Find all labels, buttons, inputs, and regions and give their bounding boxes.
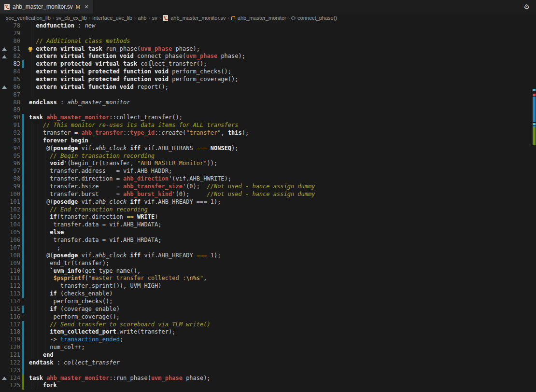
code-line[interactable]: 91 // This monitor re-uses its data item… (0, 122, 536, 129)
line-number[interactable]: 90 (0, 114, 20, 122)
breadcrumb-item[interactable]: interface_uvc_lib (91, 15, 133, 21)
line-number[interactable]: 94 (0, 145, 20, 153)
line-number[interactable]: 80 (0, 38, 20, 45)
line-number[interactable]: 108 (0, 252, 20, 260)
overview-ruler-scrollbar[interactable] (531, 0, 536, 392)
code-line[interactable]: 113 if (checks_enable) (0, 290, 536, 298)
code-line[interactable]: 88endclass : ahb_master_monitor (0, 99, 536, 107)
code-line[interactable]: 81 extern virtual task run_phase(uvm_pha… (0, 45, 536, 53)
line-number[interactable]: 114 (0, 298, 20, 306)
line-number[interactable]: 117 (0, 321, 20, 329)
line-number[interactable]: 106 (0, 237, 20, 244)
close-icon[interactable]: × (85, 3, 88, 10)
code-line[interactable]: 79 (0, 30, 536, 38)
line-number[interactable]: 84 (0, 68, 20, 76)
breadcrumb-item[interactable]: ahb_master_monitor.sv (169, 15, 226, 21)
code-line[interactable]: 118 item_collected_port.write(transfer); (0, 328, 536, 336)
line-number[interactable]: 93 (0, 137, 20, 145)
code-line[interactable]: 82 extern virtual function void connect_… (0, 53, 536, 60)
line-number[interactable]: 125 (0, 382, 20, 390)
code-line[interactable]: 116 perform_coverage(); (0, 313, 536, 321)
code-line[interactable]: 97 transfer.address = vif.AHB_HADDR; (0, 168, 536, 175)
line-number[interactable]: 83 (0, 60, 20, 68)
breadcrumb-item[interactable]: ahb (137, 15, 147, 21)
code-line[interactable]: 108 @(posedge vif.ahb_clock iff vif.AHB_… (0, 252, 536, 260)
code-line[interactable]: 122endtask : collect_transfer (0, 359, 536, 367)
breadcrumb-item[interactable]: sv (151, 15, 158, 21)
code-line[interactable]: 120 num_col++; (0, 344, 536, 351)
code-line[interactable]: 111 $psprintf("master transfer collected… (0, 275, 536, 282)
line-number[interactable]: 112 (0, 282, 20, 290)
line-number[interactable]: 113 (0, 290, 20, 298)
line-number[interactable]: 123 (0, 367, 20, 375)
line-number[interactable]: 92 (0, 129, 20, 137)
line-number[interactable]: 97 (0, 168, 20, 175)
code-line[interactable]: 114 perform_checks(); (0, 298, 536, 306)
line-number[interactable]: 107 (0, 244, 20, 252)
breadcrumb-item[interactable]: connect_phase() (296, 15, 338, 21)
code-line[interactable]: 96 void'(begin_tr(transfer, "AHB MASTER … (0, 160, 536, 168)
line-number[interactable]: 99 (0, 183, 20, 191)
line-number[interactable]: 118 (0, 328, 20, 336)
line-number[interactable]: 86 (0, 84, 20, 91)
code-line[interactable]: 110 `uvm_info(get_type_name(), (0, 267, 536, 275)
code-line[interactable]: 109 end_tr(transfer); (0, 260, 536, 267)
code-line[interactable]: 99 transfer.hsize = ahb_transfer_size'(0… (0, 183, 536, 191)
code-line[interactable]: 125 fork (0, 382, 536, 390)
code-line[interactable]: 87 (0, 91, 536, 99)
code-line[interactable]: 103 if(transfer.direction == WRITE) (0, 213, 536, 221)
code-line[interactable]: 100 transfer.burst = ahb_burst_kind'(0);… (0, 191, 536, 198)
code-line[interactable]: 119 -> transaction_ended; (0, 336, 536, 344)
breadcrumb-item[interactable]: sv_cb_ex_lib (55, 15, 88, 21)
line-number[interactable]: 109 (0, 260, 20, 267)
code-line[interactable]: 95 // Begin transaction recording (0, 153, 536, 160)
line-number[interactable]: 105 (0, 229, 20, 237)
code-line[interactable]: 124task ahb_master_monitor::run_phase(uv… (0, 375, 536, 382)
code-area[interactable]: 78 endfunction : new7980 // Additional c… (0, 22, 536, 392)
code-line[interactable]: 107 ; (0, 244, 536, 252)
code-line[interactable]: 84 extern virtual protected function voi… (0, 68, 536, 76)
line-number[interactable]: 95 (0, 153, 20, 160)
line-number[interactable]: 98 (0, 175, 20, 183)
breadcrumb-item[interactable]: ahb_master_monitor (237, 15, 287, 21)
line-number[interactable]: 104 (0, 221, 20, 229)
code-line[interactable]: 86 extern virtual function void report()… (0, 84, 536, 91)
code-line[interactable]: 94 @(posedge vif.ahb_clock iff vif.AHB_H… (0, 145, 536, 153)
code-line[interactable]: 78 endfunction : new (0, 22, 536, 30)
line-number[interactable]: 111 (0, 275, 20, 282)
code-line[interactable]: 105 else (0, 229, 536, 237)
code-line[interactable]: 89 (0, 106, 536, 114)
line-number[interactable]: 102 (0, 206, 20, 214)
line-number[interactable]: 116 (0, 313, 20, 321)
line-number[interactable]: 124 (0, 375, 20, 382)
breadcrumb-item[interactable]: soc_verification_lib (5, 15, 52, 21)
line-number[interactable]: 87 (0, 91, 20, 99)
code-line[interactable]: 90task ahb_master_monitor::collect_trans… (0, 114, 536, 122)
line-number[interactable]: 100 (0, 191, 20, 198)
code-line[interactable]: 93 forever begin (0, 137, 536, 145)
code-line[interactable]: 102 // End transaction recording (0, 206, 536, 214)
line-number[interactable]: 115 (0, 306, 20, 313)
code-line[interactable]: 104 transfer.data = vif.AHB_HWDATA; (0, 221, 536, 229)
code-line[interactable]: 85 extern virtual protected function voi… (0, 76, 536, 84)
code-line[interactable]: 83 extern protected virtual task collect… (0, 60, 536, 68)
line-number[interactable]: 120 (0, 344, 20, 351)
code-line[interactable]: 121 end (0, 351, 536, 359)
line-number[interactable]: 88 (0, 99, 20, 107)
code-line[interactable]: 123 (0, 367, 536, 375)
line-number[interactable]: 103 (0, 213, 20, 221)
line-number[interactable]: 82 (0, 53, 20, 60)
code-line[interactable]: 98 transfer.direction = ahb_direction'(v… (0, 175, 536, 183)
tab-ahb-master-monitor[interactable]: ahb_master_monitor.sv M × (0, 0, 93, 14)
line-number[interactable]: 122 (0, 359, 20, 367)
line-number[interactable]: 85 (0, 76, 20, 84)
code-line[interactable]: 117 // Send transfer to scoreboard via T… (0, 321, 536, 329)
code-line[interactable]: 80 // Additional class methods (0, 38, 536, 45)
code-line[interactable]: 106 transfer.data = vif.AHB_HRDATA; (0, 237, 536, 244)
code-line[interactable]: 101 @(posedge vif.ahb_clock iff vif.AHB_… (0, 198, 536, 206)
line-number[interactable]: 79 (0, 30, 20, 38)
code-line[interactable]: 115 if (coverage_enable) (0, 306, 536, 313)
line-number[interactable]: 96 (0, 160, 20, 168)
code-line[interactable]: 92 transfer = ahb_transfer::type_id::cre… (0, 129, 536, 137)
line-number[interactable]: 110 (0, 267, 20, 275)
